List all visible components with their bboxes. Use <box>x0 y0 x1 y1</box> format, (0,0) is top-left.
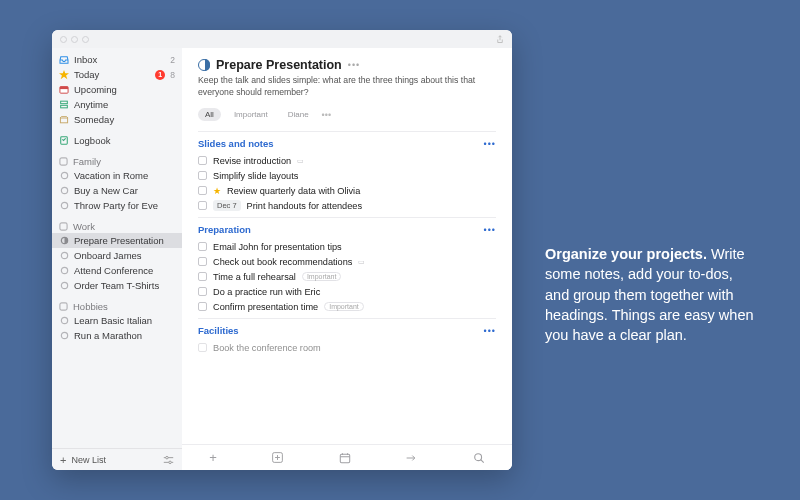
checkbox[interactable] <box>198 242 207 251</box>
todo-item[interactable]: Check out book recommendations▭ <box>198 254 496 269</box>
svg-rect-21 <box>340 454 349 463</box>
project-ring-icon <box>59 281 69 290</box>
svg-point-19 <box>169 461 172 464</box>
todo-title: Print handouts for attendees <box>247 201 362 211</box>
sidebar-project-item[interactable]: Learn Basic Italian <box>52 313 182 328</box>
checkbox[interactable] <box>198 302 207 311</box>
todo-when-badge: Dec 7 <box>213 200 241 211</box>
sidebar-project-item[interactable]: Order Team T-Shirts <box>52 278 182 293</box>
marketing-copy: Organize your projects. Write some notes… <box>545 244 755 345</box>
sidebar-item-upcoming[interactable]: Upcoming <box>52 82 182 97</box>
area-icon <box>59 222 68 231</box>
sidebar-item-label: Logbook <box>74 135 175 146</box>
section-actions-icon[interactable]: ••• <box>484 225 496 235</box>
sidebar-project-item[interactable]: Onboard James <box>52 248 182 263</box>
sidebar-project-item[interactable]: Buy a New Car <box>52 183 182 198</box>
minimize-traffic-light[interactable] <box>71 36 78 43</box>
todo-title: Email John for presentation tips <box>213 242 342 252</box>
sidebar-item-count: 2 <box>170 55 175 65</box>
settings-sliders-icon[interactable] <box>163 455 174 465</box>
section-heading-row[interactable]: Facilities ••• <box>198 325 496 336</box>
todo-title: Time a full rehearsal <box>213 272 296 282</box>
checkbox[interactable] <box>198 287 207 296</box>
sidebar-item-anytime[interactable]: Anytime <box>52 97 182 112</box>
sidebar: Inbox 2 Today 1 8 Upcoming Anytime <box>52 48 182 470</box>
sidebar-item-label: Today <box>74 69 150 80</box>
svg-rect-1 <box>60 87 68 89</box>
tag-pill-all[interactable]: All <box>198 108 221 121</box>
project-content: Prepare Presentation ••• Keep the talk a… <box>182 48 512 444</box>
sidebar-project-label: Run a Marathon <box>74 330 175 341</box>
sidebar-area-label: Work <box>73 221 95 232</box>
checkbox[interactable] <box>198 156 207 165</box>
section-heading-row[interactable]: Preparation ••• <box>198 224 496 235</box>
new-list-button[interactable]: New List <box>71 455 106 465</box>
bottom-toolbar: + <box>182 444 512 470</box>
calendar-icon <box>59 85 69 94</box>
todo-item[interactable]: Do a practice run with Eric <box>198 284 496 299</box>
sidebar-project-prepare-presentation[interactable]: Prepare Presentation <box>52 233 182 248</box>
todo-item[interactable]: Email John for presentation tips <box>198 239 496 254</box>
tag-pill-diane[interactable]: Diane <box>281 108 316 121</box>
when-icon[interactable] <box>339 452 351 464</box>
checkbox[interactable] <box>198 343 207 352</box>
section-actions-icon[interactable]: ••• <box>484 326 496 336</box>
project-actions-icon[interactable]: ••• <box>348 60 360 70</box>
sidebar-area-hobbies[interactable]: Hobbies <box>52 299 182 313</box>
todo-item[interactable]: Revise introduction▭ <box>198 153 496 168</box>
project-notes[interactable]: Keep the talk and slides simple: what ar… <box>198 75 496 98</box>
more-tags-icon[interactable]: ••• <box>322 110 331 120</box>
svg-point-7 <box>61 172 67 178</box>
svg-point-18 <box>166 456 169 459</box>
svg-rect-10 <box>60 222 67 229</box>
svg-point-16 <box>61 317 67 323</box>
project-title[interactable]: Prepare Presentation <box>216 58 342 72</box>
new-todo-icon[interactable]: + <box>209 450 217 465</box>
box-icon <box>59 116 69 124</box>
project-header: Prepare Presentation ••• <box>198 58 496 72</box>
tag-pill-important[interactable]: Important <box>227 108 275 121</box>
checkbox[interactable] <box>198 201 207 210</box>
todo-item[interactable]: Book the conference room <box>198 340 496 355</box>
zoom-traffic-light[interactable] <box>82 36 89 43</box>
share-icon[interactable] <box>496 35 504 44</box>
todo-item[interactable]: Dec 7Print handouts for attendees <box>198 198 496 213</box>
sidebar-project-item[interactable]: Throw Party for Eve <box>52 198 182 213</box>
sidebar-item-badge: 1 <box>155 70 165 80</box>
sidebar-item-logbook[interactable]: Logbook <box>52 133 182 148</box>
sidebar-item-today[interactable]: Today 1 8 <box>52 67 182 82</box>
checkbox[interactable] <box>198 272 207 281</box>
svg-rect-6 <box>60 157 67 164</box>
sidebar-area-family[interactable]: Family <box>52 154 182 168</box>
plus-icon[interactable]: + <box>60 454 66 466</box>
move-icon[interactable] <box>405 453 418 463</box>
sidebar-item-inbox[interactable]: Inbox 2 <box>52 52 182 67</box>
close-traffic-light[interactable] <box>60 36 67 43</box>
today-star-icon: ★ <box>213 186 221 196</box>
checkbox[interactable] <box>198 186 207 195</box>
search-icon[interactable] <box>473 452 485 464</box>
sidebar-project-item[interactable]: Vacation in Rome <box>52 168 182 183</box>
todo-item[interactable]: Time a full rehearsalImportant <box>198 269 496 284</box>
new-heading-icon[interactable] <box>271 451 284 464</box>
sidebar-area-work[interactable]: Work <box>52 219 182 233</box>
checkbox[interactable] <box>198 171 207 180</box>
sidebar-item-someday[interactable]: Someday <box>52 112 182 127</box>
sidebar-project-item[interactable]: Run a Marathon <box>52 328 182 343</box>
todo-item[interactable]: Confirm presentation timeImportant <box>198 299 496 314</box>
sidebar-item-label: Upcoming <box>74 84 175 95</box>
section-actions-icon[interactable]: ••• <box>484 139 496 149</box>
section-heading-row[interactable]: Slides and notes ••• <box>198 138 496 149</box>
sidebar-project-item[interactable]: Attend Conference <box>52 263 182 278</box>
checkbox[interactable] <box>198 257 207 266</box>
todo-item[interactable]: ★Review quarterly data with Olivia <box>198 183 496 198</box>
area-icon <box>59 157 68 166</box>
sidebar-item-label: Anytime <box>74 99 175 110</box>
todo-item[interactable]: Simplify slide layouts <box>198 168 496 183</box>
sidebar-project-label: Learn Basic Italian <box>74 315 175 326</box>
sidebar-project-label: Prepare Presentation <box>74 235 175 246</box>
todo-tag-badge: Important <box>324 302 364 311</box>
app-body: Inbox 2 Today 1 8 Upcoming Anytime <box>52 48 512 470</box>
star-icon <box>59 70 69 80</box>
logbook-icon <box>59 136 69 145</box>
